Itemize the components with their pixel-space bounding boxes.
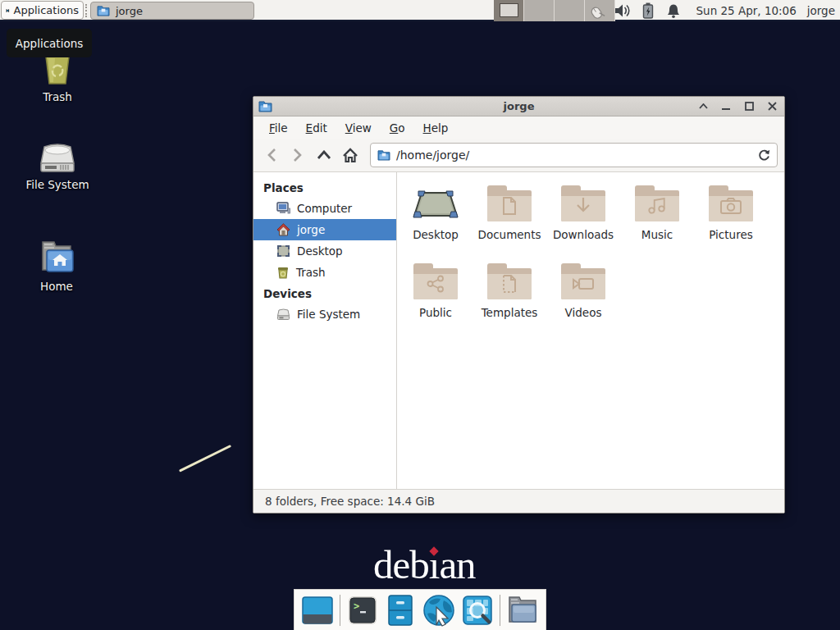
- trash-small-icon: [276, 266, 290, 279]
- sidebar-item-label: Trash: [296, 266, 326, 279]
- folder-item-documents[interactable]: Documents: [472, 184, 546, 241]
- folder-icon: [506, 596, 539, 625]
- window-titlebar[interactable]: jorge: [253, 97, 784, 116]
- sidebar-item-computer[interactable]: Computer: [253, 198, 396, 219]
- battery-tray-icon[interactable]: [639, 2, 657, 20]
- close-button[interactable]: [766, 101, 778, 112]
- taskbar-item-jorge[interactable]: jorge: [90, 2, 254, 20]
- maximize-button[interactable]: [743, 101, 755, 112]
- location-bar[interactable]: /home/jorge/: [370, 143, 778, 167]
- application-finder-launcher[interactable]: [461, 594, 494, 627]
- folder-item-public[interactable]: Public: [399, 262, 472, 319]
- documents-emblem: [502, 197, 517, 215]
- menu-view[interactable]: View: [338, 119, 379, 137]
- taskbar-folder-icon: [97, 5, 110, 16]
- sidebar-item-trash[interactable]: Trash: [253, 262, 396, 283]
- panel-username[interactable]: jorge: [804, 4, 835, 17]
- folder-item-pictures[interactable]: Pictures: [694, 184, 768, 241]
- desktop-folder-icon: [412, 187, 459, 221]
- sidebar-item-label: Desktop: [297, 244, 343, 258]
- menu-go[interactable]: Go: [382, 119, 413, 137]
- folder-label: Downloads: [546, 228, 620, 241]
- web-browser-icon: [422, 594, 455, 627]
- show-desktop-button[interactable]: [301, 594, 334, 627]
- sidebar-item-label: File System: [297, 308, 360, 321]
- folder-item-downloads[interactable]: Downloads: [546, 184, 620, 241]
- terminal-launcher[interactable]: >: [346, 594, 379, 627]
- applications-menu-label: Applications: [14, 4, 79, 16]
- drive-small-icon: [276, 308, 290, 321]
- back-button[interactable]: [260, 144, 283, 167]
- pictures-emblem: [720, 198, 742, 214]
- folder-item-templates[interactable]: Templates: [472, 262, 546, 319]
- debian-logo-right: an: [439, 542, 475, 587]
- desktop-icon-label: File System: [12, 178, 103, 191]
- dock-separator: [340, 595, 340, 626]
- svg-text:>: >: [354, 600, 359, 612]
- dock-separator: [500, 595, 500, 626]
- forward-button[interactable]: [286, 144, 309, 167]
- taskbar-item-label: jorge: [116, 5, 143, 17]
- statusbar: 8 folders, Free space: 14.4 GiB: [253, 489, 784, 513]
- mouse-tray-icon[interactable]: [588, 2, 606, 20]
- folder-item-videos[interactable]: Videos: [546, 262, 620, 319]
- public-emblem: [427, 275, 445, 293]
- up-button[interactable]: [313, 144, 336, 167]
- folder-item-desktop[interactable]: Desktop: [399, 184, 472, 241]
- dock: >: [294, 589, 546, 630]
- sidebar: Places Computer jo: [253, 172, 397, 489]
- workspace-2[interactable]: [524, 0, 555, 21]
- applications-menu-icon: [6, 4, 10, 17]
- volume-tray-icon[interactable]: [614, 2, 632, 20]
- menu-help[interactable]: Help: [416, 119, 456, 137]
- show-desktop-icon: [302, 595, 333, 626]
- sidebar-item-desktop[interactable]: Desktop: [253, 240, 396, 262]
- panel-clock[interactable]: Sun 25 Apr, 10:06: [690, 4, 797, 17]
- debian-logo: debıan: [373, 541, 476, 588]
- folder-label: Templates: [472, 306, 546, 319]
- home-button[interactable]: [339, 144, 362, 167]
- hard-drive-icon: [38, 142, 77, 175]
- menu-edit[interactable]: Edit: [299, 119, 335, 137]
- places-header: Places: [253, 177, 396, 198]
- applications-menu-button[interactable]: Applications: [1, 1, 84, 20]
- file-manager-window: jorge File Edit View Go Help: [253, 96, 785, 514]
- application-finder-icon: [462, 595, 493, 626]
- system-tray: Sun 25 Apr, 10:06 jorge: [588, 0, 840, 21]
- downloads-emblem: [575, 197, 591, 215]
- terminal-icon: >: [347, 595, 378, 626]
- desktop-place-icon: [276, 244, 290, 258]
- shade-button[interactable]: [697, 101, 709, 112]
- notifications-tray-icon[interactable]: [664, 2, 682, 20]
- videos-emblem: [573, 276, 594, 291]
- desktop-icon-home[interactable]: Home: [11, 239, 102, 293]
- desktop: debıan Trash File System: [0, 0, 840, 630]
- reload-icon[interactable]: [758, 148, 770, 162]
- workspace-3[interactable]: [555, 0, 585, 21]
- folder-item-music[interactable]: Music: [620, 184, 694, 241]
- menu-file[interactable]: File: [262, 119, 295, 137]
- sidebar-item-label: Computer: [297, 202, 352, 215]
- workspace-window-preview: [500, 3, 518, 17]
- file-cabinet-launcher[interactable]: [385, 594, 418, 627]
- workspace-1[interactable]: [494, 0, 524, 21]
- location-path[interactable]: /home/jorge/: [396, 148, 752, 162]
- status-text: 8 folders, Free space: 14.4 GiB: [265, 495, 435, 508]
- file-cabinet-icon: [386, 595, 414, 626]
- location-folder-icon: [377, 149, 390, 161]
- folder-label: Music: [620, 228, 694, 241]
- home-folder-icon: [36, 239, 77, 276]
- sidebar-item-jorge[interactable]: jorge: [253, 219, 396, 240]
- directory-menu-launcher[interactable]: [506, 594, 539, 627]
- music-emblem: [648, 198, 666, 214]
- templates-emblem: [502, 275, 517, 293]
- sidebar-item-filesystem[interactable]: File System: [253, 304, 396, 325]
- folder-label: Desktop: [399, 228, 472, 241]
- web-browser-launcher[interactable]: [422, 594, 455, 627]
- desktop-icon-label: Trash: [12, 90, 103, 103]
- desktop-icon-filesystem[interactable]: File System: [12, 142, 103, 191]
- minimize-button[interactable]: [720, 101, 732, 112]
- panel-handle[interactable]: [85, 4, 88, 17]
- tooltip-text: Applications: [16, 37, 83, 50]
- devices-header: Devices: [253, 283, 396, 304]
